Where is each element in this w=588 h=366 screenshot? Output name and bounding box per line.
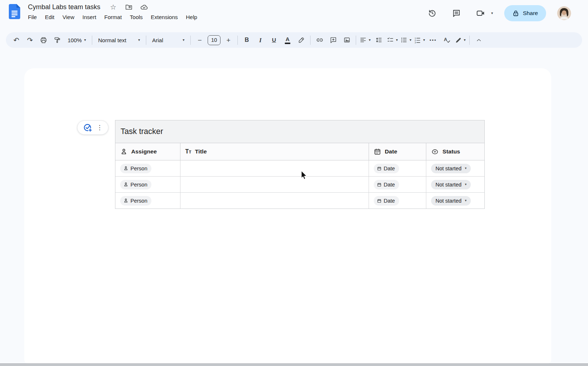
menu-item-edit[interactable]: Edit <box>41 13 58 21</box>
status-chip-label: Not started <box>435 166 462 171</box>
print-icon[interactable] <box>37 34 50 46</box>
align-icon[interactable]: ▾ <box>358 34 372 46</box>
status-cell[interactable]: Not started▾ <box>426 160 484 176</box>
assignee-cell[interactable]: Person <box>115 177 180 192</box>
menu-item-extensions[interactable]: Extensions <box>147 13 182 21</box>
date-cell[interactable]: Date <box>369 193 426 209</box>
link-icon[interactable] <box>313 34 326 46</box>
menu-item-tools[interactable]: Tools <box>126 13 147 21</box>
redo-icon[interactable]: ↷ <box>23 34 37 46</box>
increase-font-size-icon[interactable]: + <box>222 34 235 46</box>
status-dropdown-chip[interactable]: Not started▾ <box>431 196 471 206</box>
font-size-input[interactable]: 10 <box>208 35 220 45</box>
add-task-icon[interactable] <box>83 123 93 133</box>
task-table-header-row: AssigneeTTTitleDateStatus <box>115 143 484 160</box>
collapse-toolbar-icon[interactable] <box>472 34 485 46</box>
checklist-icon[interactable]: ▾ <box>386 34 399 46</box>
assignee-cell[interactable]: Person <box>115 193 180 209</box>
menu-bar: FileEditViewInsertFormatToolsExtensionsH… <box>24 13 201 21</box>
title-cell[interactable] <box>180 177 369 192</box>
menu-item-view[interactable]: View <box>58 13 78 21</box>
cloud-status-icon[interactable] <box>140 3 148 11</box>
italic-icon[interactable]: I <box>254 34 267 46</box>
video-call-icon[interactable] <box>473 6 488 21</box>
bullet-list-icon[interactable]: ▾ <box>399 34 413 46</box>
title-cell[interactable] <box>180 160 369 176</box>
column-header-label: Status <box>442 148 460 155</box>
document-page[interactable]: ⋮ Task tracker AssigneeTTTitleDateStatus… <box>24 68 551 363</box>
task-table-title[interactable]: Task tracker <box>121 127 163 136</box>
date-chip[interactable]: Date <box>374 180 399 189</box>
doc-title[interactable]: Cymbal Labs team tasks <box>28 3 100 11</box>
date-chip-label: Date <box>384 198 395 204</box>
status-cell[interactable]: Not started▾ <box>426 193 484 209</box>
more-icon[interactable]: ••• <box>426 34 440 46</box>
caret-down-icon: ▾ <box>465 167 467 170</box>
move-folder-icon[interactable] <box>125 3 133 11</box>
toolbar-divider <box>356 36 356 45</box>
person-chip-label: Person <box>130 198 147 204</box>
line-spacing-icon[interactable] <box>372 34 386 46</box>
font-family-select[interactable]: Arial▾ <box>150 34 187 46</box>
menu-item-help[interactable]: Help <box>182 13 201 21</box>
bold-icon[interactable]: B <box>240 34 254 46</box>
menu-item-insert[interactable]: Insert <box>78 13 100 21</box>
type-icon: TT <box>185 148 191 155</box>
status-dropdown-chip[interactable]: Not started▾ <box>431 180 471 189</box>
text-color-icon[interactable]: A <box>281 34 294 46</box>
person-chip[interactable]: Person <box>120 180 151 189</box>
person-chip[interactable]: Person <box>120 196 151 206</box>
google-docs-logo-icon[interactable] <box>9 4 20 19</box>
insert-image-icon[interactable] <box>340 34 354 46</box>
share-button[interactable]: Share <box>504 5 546 21</box>
video-call-controls: ▾ <box>473 6 493 21</box>
undo-icon[interactable]: ↶ <box>10 34 23 46</box>
account-avatar[interactable] <box>557 6 571 20</box>
decrease-font-size-icon[interactable]: − <box>193 34 207 46</box>
paint-format-icon[interactable] <box>50 34 64 46</box>
date-chip[interactable]: Date <box>374 196 399 206</box>
column-header-assignee[interactable]: Assignee <box>115 143 180 160</box>
zoom-select[interactable]: 100%▾ <box>65 34 89 46</box>
date-chip-label: Date <box>384 166 395 171</box>
status-cell[interactable]: Not started▾ <box>426 177 484 192</box>
styles-select[interactable]: Normal text▾ <box>96 34 143 46</box>
column-header-status[interactable]: Status <box>426 143 484 160</box>
date-chip[interactable]: Date <box>374 164 399 173</box>
add-comment-icon[interactable] <box>326 34 340 46</box>
person-icon <box>123 166 128 171</box>
share-button-label: Share <box>523 10 538 17</box>
kebab-menu-icon[interactable]: ⋮ <box>97 124 103 131</box>
video-call-caret-icon[interactable]: ▾ <box>491 11 493 15</box>
task-table-title-band[interactable]: Task tracker <box>115 120 484 143</box>
task-table-row: PersonDateNot started▾ <box>115 160 484 177</box>
star-icon[interactable]: ☆ <box>109 3 117 11</box>
date-cell[interactable]: Date <box>369 160 426 176</box>
comments-icon[interactable] <box>449 6 464 21</box>
column-header-title[interactable]: TTTitle <box>180 143 369 160</box>
highlight-icon[interactable] <box>294 34 308 46</box>
column-header-date[interactable]: Date <box>369 143 426 160</box>
caret-down-icon: ▾ <box>369 38 370 42</box>
person-chip-label: Person <box>130 182 147 188</box>
appbar-right-cluster: ▾ Share <box>425 0 571 26</box>
person-chip[interactable]: Person <box>120 164 151 173</box>
caret-down-icon: ▾ <box>396 38 398 42</box>
pen-icon[interactable]: ▾ <box>453 34 467 46</box>
version-history-icon[interactable] <box>425 6 440 21</box>
horizontal-scrollbar[interactable] <box>0 363 588 366</box>
calendar-icon <box>377 182 381 187</box>
menu-item-format[interactable]: Format <box>100 13 126 21</box>
toolbar-divider <box>310 36 311 45</box>
lock-icon <box>512 10 519 17</box>
task-tracker-table: Task tracker AssigneeTTTitleDateStatus P… <box>115 120 485 209</box>
title-cell[interactable] <box>180 193 369 209</box>
assignee-cell[interactable]: Person <box>115 160 180 176</box>
underline-icon[interactable]: U <box>267 34 281 46</box>
numbered-list-icon[interactable]: 123▾ <box>413 34 426 46</box>
menu-item-file[interactable]: File <box>24 13 41 21</box>
spellcheck-icon[interactable]: A <box>440 34 453 46</box>
toolbar-divider <box>146 36 146 45</box>
status-dropdown-chip[interactable]: Not started▾ <box>431 164 471 173</box>
date-cell[interactable]: Date <box>369 177 426 192</box>
